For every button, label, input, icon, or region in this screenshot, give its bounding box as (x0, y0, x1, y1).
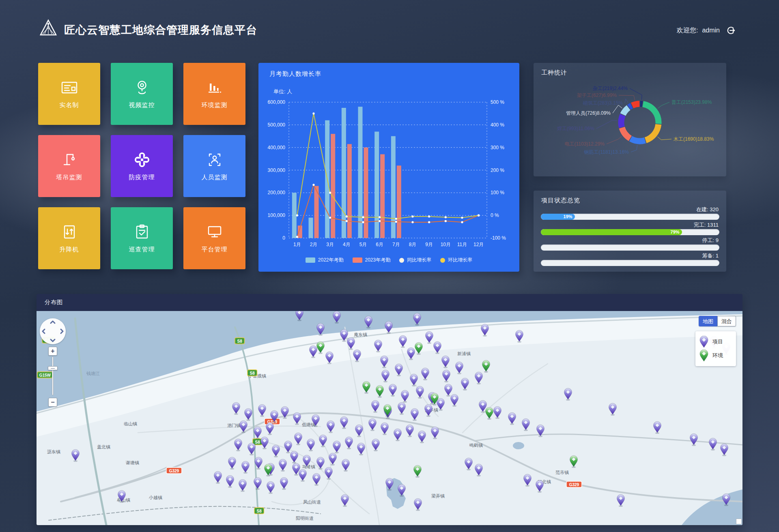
donut-slice-电工[interactable] (622, 128, 630, 138)
svg-text:200,000: 200,000 (268, 190, 286, 195)
legend-item-2022年考勤[interactable]: 2022年考勤 (306, 257, 344, 264)
donut-slice-管理人员[interactable] (623, 107, 628, 114)
map-legend-project: 项目 (699, 335, 732, 349)
legend-label: 2023年考勤 (365, 257, 391, 264)
module-tile-8[interactable]: 巡查管理 (111, 207, 173, 269)
project-status-title: 项目状态总览 (541, 197, 580, 204)
monitor-icon (206, 223, 224, 241)
username: admin (702, 27, 720, 34)
status-progress-fill: 79% (541, 229, 682, 235)
map-svg: 钱塘江庵东镇新浦镇小曹娥镇临山镇泗门镇低塘镇马渚镇凤山街道阳明街道牟山镇盖北镇谢… (37, 311, 742, 525)
map-type-button-map[interactable]: 地图 (699, 316, 717, 326)
svg-text:4月: 4月 (343, 242, 351, 247)
module-tile-6[interactable]: 人员监测 (183, 135, 245, 197)
attendance-chart-panel: 月考勤人数增长率 单位: 人 600,000500 %500,000400 %4… (258, 63, 519, 272)
donut-label-焊工(993)11.06%: 焊工(993)11.06% (557, 126, 594, 131)
svg-text:G15W: G15W (39, 373, 51, 378)
lift-icon (60, 223, 78, 241)
map-type-switch: 地图 混合 (699, 316, 736, 326)
svg-text:-100 %: -100 % (491, 235, 506, 241)
legend-label: 2022年考勤 (318, 257, 344, 264)
status-row-完工: 完工: 131179% (541, 221, 719, 237)
attendance-chart-title: 月考勤人数增长率 (269, 70, 321, 78)
donut-slice-焊工[interactable] (621, 115, 623, 127)
map-place-label: 庵东镇 (354, 332, 367, 337)
svg-text:11月: 11月 (457, 242, 467, 247)
svg-text:6月: 6月 (376, 242, 383, 247)
map-water-pond (513, 442, 524, 449)
module-tile-9[interactable]: 平台管理 (183, 207, 245, 269)
donut-slice-普工[interactable] (643, 104, 658, 124)
distribution-map-panel: 分布图 (37, 294, 742, 525)
svg-text:G329: G329 (569, 483, 579, 487)
map-zoom-in-button[interactable]: + (48, 347, 57, 356)
module-tile-1[interactable]: 实名制 (38, 63, 100, 125)
road-badge-G329: G329 (166, 468, 182, 474)
map-resize-grip[interactable] (736, 519, 742, 524)
map-place-label: 小越镇 (148, 495, 162, 500)
svg-text:0 %: 0 % (491, 212, 499, 218)
legend-item-同比增长率[interactable]: 同比增长率 (399, 257, 431, 264)
svg-text:100 %: 100 % (491, 190, 504, 195)
road-badge-S8: S8 (254, 508, 264, 514)
map-type-button-hybrid[interactable]: 混合 (717, 316, 736, 326)
module-tile-label: 实名制 (60, 101, 79, 109)
module-tile-3[interactable]: 环境监测 (183, 63, 245, 125)
legend-label: 环比增长率 (448, 257, 472, 264)
svg-text:100,000: 100,000 (268, 212, 286, 218)
status-progressbar (541, 260, 719, 266)
map-pan-control[interactable] (40, 318, 66, 344)
status-row-筹备: 筹备: 1 (541, 252, 719, 268)
map-legend: 项目 环境 (695, 331, 736, 366)
legend-swatch (353, 257, 362, 263)
donut-slice-架子工[interactable] (632, 104, 639, 105)
donut-slice-钢筋工[interactable] (631, 139, 645, 141)
bar-2022年考勤-4月 (342, 108, 346, 238)
legend-dot (399, 258, 404, 263)
svg-text:600,000: 600,000 (268, 99, 286, 105)
map-zoom-out-button[interactable]: − (48, 398, 57, 407)
svg-text:200 %: 200 % (491, 167, 504, 173)
svg-text:12月: 12月 (473, 242, 484, 247)
module-tile-4[interactable]: 塔吊监测 (38, 135, 100, 197)
donut-label-电工(1103)12.29%: 电工(1103)12.29% (565, 141, 605, 147)
status-progressbar: 79% (541, 229, 719, 235)
bar-2023年考勤-4月 (347, 144, 352, 238)
bar-2023年考勤-7月 (397, 165, 401, 238)
bar-2022年考勤-1月 (292, 193, 297, 238)
legend-label: 同比增长率 (407, 257, 431, 264)
module-tile-7[interactable]: 升降机 (38, 207, 100, 269)
map-place-label: 谢塘镇 (126, 460, 139, 465)
map-zoom-track[interactable] (52, 356, 54, 395)
map-canvas[interactable]: 钱塘江庵东镇新浦镇小曹娥镇临山镇泗门镇低塘镇马渚镇凤山街道阳明街道牟山镇盖北镇谢… (37, 311, 742, 525)
attendance-chart: 600,000500 %500,000400 %400,000300 %300,… (258, 92, 519, 254)
module-tile-label: 环境监测 (202, 101, 228, 109)
medical-cross-icon (133, 151, 151, 169)
map-place-label: 阳明街道 (296, 516, 314, 521)
distribution-map-header: 分布图 (37, 294, 742, 311)
legend-item-2023年考勤[interactable]: 2023年考勤 (353, 257, 391, 264)
bar-2022年考勤-2月 (309, 218, 313, 238)
svg-text:S8: S8 (237, 339, 243, 343)
bar-2022年考勤-7月 (391, 136, 396, 238)
webcam-icon (133, 79, 151, 97)
module-tile-2[interactable]: 视频监控 (111, 63, 173, 125)
road-badge-S8: S8 (235, 338, 244, 344)
map-zoom-handle[interactable]: — (48, 366, 58, 370)
svg-text:400 %: 400 % (491, 122, 504, 128)
module-tile-grid: 实名制视频监控环境监测塔吊监测防疫管理人员监测升降机巡查管理平台管理 (38, 63, 246, 270)
donut-slice-木工[interactable] (646, 124, 658, 140)
donut-label-钢筋工(1181)13.16%: 钢筋工(1181)13.16% (584, 149, 629, 155)
worktype-stats-panel: 工种统计 杂工(219)2.44%普工(2153)23.98%木工(1690)1… (534, 63, 726, 176)
module-tile-label: 升降机 (60, 246, 79, 253)
svg-text:500 %: 500 % (491, 99, 504, 105)
status-label: 筹备: 1 (702, 252, 719, 260)
donut-slice-砌筑工[interactable] (629, 106, 632, 107)
module-tile-5[interactable]: 防疫管理 (111, 135, 173, 197)
map-place-label: 凤山街道 (303, 500, 321, 504)
status-progress-fill: 19% (541, 214, 575, 220)
id-card-icon (60, 79, 78, 97)
logout-icon[interactable] (726, 26, 735, 35)
attendance-chart-legend: 2022年考勤2023年考勤同比增长率环比增长率 (258, 257, 519, 264)
legend-item-环比增长率[interactable]: 环比增长率 (440, 257, 472, 264)
